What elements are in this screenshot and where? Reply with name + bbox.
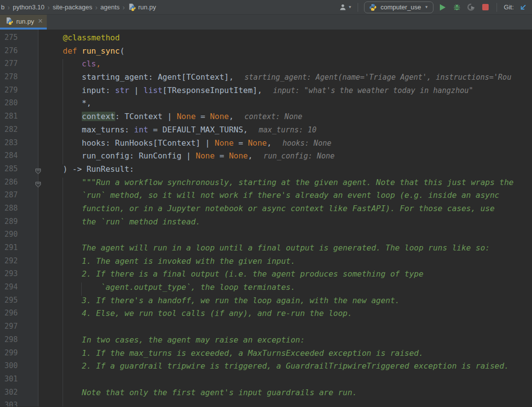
code-text: cls, xyxy=(44,59,101,72)
code-line-299[interactable]: 299 1. If the max_turns is exceeded, a M… xyxy=(0,348,532,362)
code-line-283[interactable]: 283 hooks: RunHooks[TContext] | None = N… xyxy=(0,138,532,152)
run-configuration-select[interactable]: computer_use ▼ xyxy=(364,1,433,13)
indent-guide xyxy=(63,178,63,407)
code-line-298[interactable]: 298 In two cases, the agent may raise an… xyxy=(0,335,532,348)
code-text: @classmethod xyxy=(44,33,120,46)
line-number[interactable]: 289 xyxy=(0,217,18,230)
code-text: In two cases, the agent may raise an exc… xyxy=(44,335,305,348)
breadcrumb-item-b[interactable]: b xyxy=(1,3,4,11)
line-number[interactable]: 278 xyxy=(0,72,18,86)
line-number[interactable]: 287 xyxy=(0,190,18,204)
code-line-295[interactable]: 295 3. If there's a handoff, we run the … xyxy=(0,296,532,309)
token-d: input: xyxy=(82,86,115,95)
code-line-302[interactable]: 302 Note that only the first agent's inp… xyxy=(0,388,532,401)
code-line-303[interactable]: 303 xyxy=(0,401,532,407)
breadcrumb-label: b xyxy=(1,3,4,11)
code-line-286[interactable]: 286 """Run a workflow synchronously, sta… xyxy=(0,178,532,191)
line-number[interactable]: 292 xyxy=(0,256,18,270)
breadcrumb-separator-icon: › xyxy=(122,3,126,11)
close-icon[interactable]: × xyxy=(38,17,42,25)
stop-button[interactable] xyxy=(481,2,491,12)
tab-run-py[interactable]: run.py × xyxy=(0,15,47,30)
line-number[interactable]: 285 xyxy=(0,164,18,178)
token-kw: None xyxy=(248,138,267,148)
breadcrumb-item-site-packages[interactable]: site-packages xyxy=(53,3,92,11)
code-line-290[interactable]: 290 xyxy=(0,230,532,243)
token-d: max_turns: xyxy=(82,125,134,134)
token-kw: None xyxy=(210,112,229,121)
code-line-281[interactable]: 281 context: TContext | None = None,cont… xyxy=(0,112,532,125)
line-number[interactable]: 275 xyxy=(0,33,18,46)
code-line-294[interactable]: 294 `agent.output_type`, the loop termin… xyxy=(0,282,532,296)
line-number[interactable]: 296 xyxy=(0,309,18,322)
line-number[interactable]: 281 xyxy=(0,112,18,125)
inline-debug-hint: starting_agent: Agent(name='Triage Agent… xyxy=(244,73,511,82)
token-kw: None xyxy=(196,151,215,160)
code-text: def run_sync( xyxy=(44,46,125,60)
code-editor[interactable]: 275 @classmethod276 def run_sync(277 cls… xyxy=(0,30,532,407)
line-number[interactable]: 302 xyxy=(0,388,18,401)
code-line-277[interactable]: 277 cls, xyxy=(0,59,532,72)
code-line-301[interactable]: 301 xyxy=(0,375,532,388)
user-account-icon[interactable]: ▼ xyxy=(339,2,352,12)
line-number[interactable]: 303 xyxy=(0,401,18,407)
run-button[interactable] xyxy=(438,2,448,12)
code-line-287[interactable]: 287 `run` method, so it will not work if… xyxy=(0,190,532,204)
token-kw: None xyxy=(215,138,234,148)
line-number[interactable]: 280 xyxy=(0,98,18,112)
token-doc: `run` method, so it will not work if the… xyxy=(82,190,499,200)
code-line-279[interactable]: 279 input: str | list[TResponseInputItem… xyxy=(0,86,532,99)
line-number[interactable]: 284 xyxy=(0,151,18,164)
code-line-288[interactable]: 288 function, or in a Jupyter notebook o… xyxy=(0,204,532,217)
line-number[interactable]: 283 xyxy=(0,138,18,152)
code-line-289[interactable]: 289 the `run` method instead. xyxy=(0,217,532,230)
line-number[interactable]: 301 xyxy=(0,375,18,388)
line-number[interactable]: 288 xyxy=(0,204,18,217)
line-number[interactable]: 298 xyxy=(0,335,18,348)
line-number[interactable]: 290 xyxy=(0,230,18,243)
fold-marker[interactable] xyxy=(35,168,41,174)
token-d: , xyxy=(248,151,253,160)
git-update-button[interactable] xyxy=(518,2,528,12)
token-doc: `agent.output_type`, the loop terminates… xyxy=(101,282,296,292)
line-number[interactable]: 294 xyxy=(0,282,18,296)
line-number[interactable]: 293 xyxy=(0,269,18,282)
token-d: = xyxy=(233,138,248,148)
code-line-292[interactable]: 292 1. The agent is invoked with the giv… xyxy=(0,256,532,270)
breadcrumb-item-run-py[interactable]: run.py xyxy=(128,3,156,11)
token-kw: def xyxy=(63,46,77,56)
line-number[interactable]: 300 xyxy=(0,361,18,375)
code-line-275[interactable]: 275 @classmethod xyxy=(0,33,532,46)
code-line-280[interactable]: 280 *, xyxy=(0,98,532,112)
code-line-282[interactable]: 282 max_turns: int = DEFAULT_MAX_TURNS,m… xyxy=(0,125,532,138)
code-line-291[interactable]: 291 The agent will run in a loop until a… xyxy=(0,243,532,256)
code-line-278[interactable]: 278 starting_agent: Agent[TContext],star… xyxy=(0,72,532,86)
breadcrumb-item-agents[interactable]: agents xyxy=(100,3,120,11)
breadcrumb-item-python3-10[interactable]: python3.10 xyxy=(13,3,44,11)
breadcrumb-separator-icon: › xyxy=(94,3,99,11)
code-line-297[interactable]: 297 xyxy=(0,322,532,335)
line-number[interactable]: 277 xyxy=(0,59,18,72)
line-number[interactable]: 276 xyxy=(0,46,18,60)
line-number[interactable]: 291 xyxy=(0,243,18,256)
line-number[interactable]: 282 xyxy=(0,125,18,138)
python-file-icon xyxy=(128,3,136,11)
line-number[interactable]: 286 xyxy=(0,178,18,191)
code-line-300[interactable]: 300 2. If a guardrail tripwire is trigge… xyxy=(0,361,532,375)
line-number[interactable]: 299 xyxy=(0,348,18,362)
python-file-icon xyxy=(5,17,13,25)
token-doc: 2. If there is a final output (i.e. the … xyxy=(82,269,424,279)
code-line-296[interactable]: 296 4. Else, we run tool calls (if any),… xyxy=(0,309,532,322)
line-number[interactable]: 297 xyxy=(0,322,18,335)
debug-button[interactable] xyxy=(452,2,462,12)
code-line-285[interactable]: 285 ) -> RunResult: xyxy=(0,164,532,178)
code-text: Note that only the first agent's input g… xyxy=(44,388,357,401)
code-line-284[interactable]: 284 run_config: RunConfig | None = None,… xyxy=(0,151,532,164)
code-line-293[interactable]: 293 2. If there is a final output (i.e. … xyxy=(0,269,532,282)
fold-marker[interactable] xyxy=(35,181,41,188)
profiler-button[interactable] xyxy=(466,2,476,12)
code-line-276[interactable]: 276 def run_sync( xyxy=(0,46,532,60)
inline-debug-hint: input: "what's the weather today in hang… xyxy=(273,86,473,95)
line-number[interactable]: 279 xyxy=(0,86,18,99)
line-number[interactable]: 295 xyxy=(0,296,18,309)
